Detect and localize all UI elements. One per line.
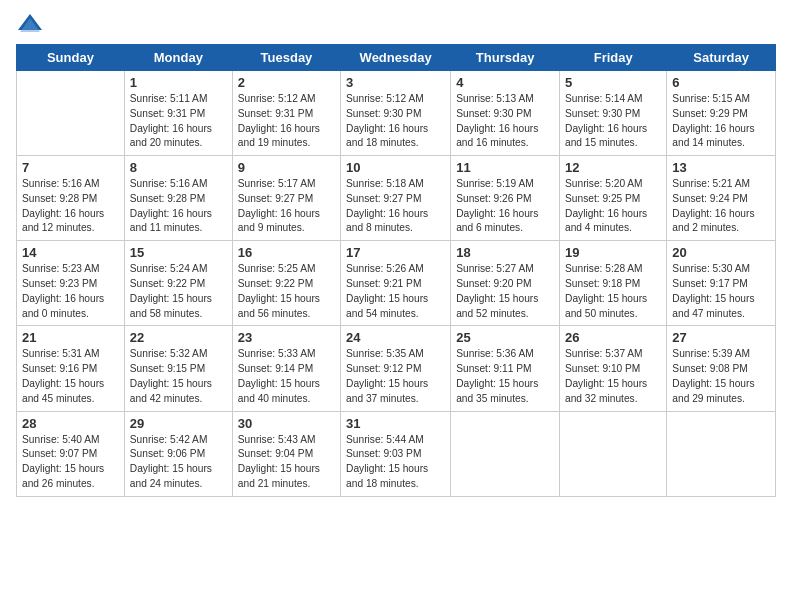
calendar-cell: 23Sunrise: 5:33 AM Sunset: 9:14 PM Dayli…	[232, 326, 340, 411]
day-number: 26	[565, 330, 661, 345]
day-number: 25	[456, 330, 554, 345]
day-number: 7	[22, 160, 119, 175]
calendar-week-row: 1Sunrise: 5:11 AM Sunset: 9:31 PM Daylig…	[17, 71, 776, 156]
day-info: Sunrise: 5:16 AM Sunset: 9:28 PM Dayligh…	[130, 177, 227, 236]
day-number: 17	[346, 245, 445, 260]
day-number: 13	[672, 160, 770, 175]
day-number: 2	[238, 75, 335, 90]
day-info: Sunrise: 5:37 AM Sunset: 9:10 PM Dayligh…	[565, 347, 661, 406]
calendar-cell: 6Sunrise: 5:15 AM Sunset: 9:29 PM Daylig…	[667, 71, 776, 156]
day-info: Sunrise: 5:17 AM Sunset: 9:27 PM Dayligh…	[238, 177, 335, 236]
day-info: Sunrise: 5:24 AM Sunset: 9:22 PM Dayligh…	[130, 262, 227, 321]
day-number: 14	[22, 245, 119, 260]
day-info: Sunrise: 5:25 AM Sunset: 9:22 PM Dayligh…	[238, 262, 335, 321]
calendar-cell: 4Sunrise: 5:13 AM Sunset: 9:30 PM Daylig…	[451, 71, 560, 156]
day-number: 27	[672, 330, 770, 345]
day-number: 16	[238, 245, 335, 260]
calendar-cell: 7Sunrise: 5:16 AM Sunset: 9:28 PM Daylig…	[17, 156, 125, 241]
day-number: 24	[346, 330, 445, 345]
calendar-cell: 25Sunrise: 5:36 AM Sunset: 9:11 PM Dayli…	[451, 326, 560, 411]
day-info: Sunrise: 5:21 AM Sunset: 9:24 PM Dayligh…	[672, 177, 770, 236]
calendar-header-row: SundayMondayTuesdayWednesdayThursdayFrid…	[17, 45, 776, 71]
calendar-cell: 20Sunrise: 5:30 AM Sunset: 9:17 PM Dayli…	[667, 241, 776, 326]
calendar-week-row: 21Sunrise: 5:31 AM Sunset: 9:16 PM Dayli…	[17, 326, 776, 411]
logo	[16, 10, 48, 38]
day-number: 15	[130, 245, 227, 260]
calendar-cell: 16Sunrise: 5:25 AM Sunset: 9:22 PM Dayli…	[232, 241, 340, 326]
day-info: Sunrise: 5:14 AM Sunset: 9:30 PM Dayligh…	[565, 92, 661, 151]
calendar-cell: 31Sunrise: 5:44 AM Sunset: 9:03 PM Dayli…	[341, 411, 451, 496]
calendar-cell: 27Sunrise: 5:39 AM Sunset: 9:08 PM Dayli…	[667, 326, 776, 411]
calendar-cell: 5Sunrise: 5:14 AM Sunset: 9:30 PM Daylig…	[560, 71, 667, 156]
day-info: Sunrise: 5:36 AM Sunset: 9:11 PM Dayligh…	[456, 347, 554, 406]
day-info: Sunrise: 5:19 AM Sunset: 9:26 PM Dayligh…	[456, 177, 554, 236]
day-number: 18	[456, 245, 554, 260]
day-info: Sunrise: 5:35 AM Sunset: 9:12 PM Dayligh…	[346, 347, 445, 406]
calendar-cell: 14Sunrise: 5:23 AM Sunset: 9:23 PM Dayli…	[17, 241, 125, 326]
day-info: Sunrise: 5:20 AM Sunset: 9:25 PM Dayligh…	[565, 177, 661, 236]
day-of-week-header: Wednesday	[341, 45, 451, 71]
day-of-week-header: Saturday	[667, 45, 776, 71]
day-info: Sunrise: 5:18 AM Sunset: 9:27 PM Dayligh…	[346, 177, 445, 236]
day-of-week-header: Thursday	[451, 45, 560, 71]
day-number: 30	[238, 416, 335, 431]
day-info: Sunrise: 5:11 AM Sunset: 9:31 PM Dayligh…	[130, 92, 227, 151]
calendar-week-row: 28Sunrise: 5:40 AM Sunset: 9:07 PM Dayli…	[17, 411, 776, 496]
day-info: Sunrise: 5:12 AM Sunset: 9:31 PM Dayligh…	[238, 92, 335, 151]
header	[16, 10, 776, 38]
calendar-cell	[667, 411, 776, 496]
calendar-cell: 29Sunrise: 5:42 AM Sunset: 9:06 PM Dayli…	[124, 411, 232, 496]
calendar-cell: 2Sunrise: 5:12 AM Sunset: 9:31 PM Daylig…	[232, 71, 340, 156]
calendar-week-row: 7Sunrise: 5:16 AM Sunset: 9:28 PM Daylig…	[17, 156, 776, 241]
day-number: 3	[346, 75, 445, 90]
day-info: Sunrise: 5:32 AM Sunset: 9:15 PM Dayligh…	[130, 347, 227, 406]
day-of-week-header: Sunday	[17, 45, 125, 71]
day-info: Sunrise: 5:28 AM Sunset: 9:18 PM Dayligh…	[565, 262, 661, 321]
day-info: Sunrise: 5:26 AM Sunset: 9:21 PM Dayligh…	[346, 262, 445, 321]
calendar-cell: 24Sunrise: 5:35 AM Sunset: 9:12 PM Dayli…	[341, 326, 451, 411]
calendar-cell: 11Sunrise: 5:19 AM Sunset: 9:26 PM Dayli…	[451, 156, 560, 241]
day-number: 23	[238, 330, 335, 345]
day-info: Sunrise: 5:27 AM Sunset: 9:20 PM Dayligh…	[456, 262, 554, 321]
calendar-cell: 15Sunrise: 5:24 AM Sunset: 9:22 PM Dayli…	[124, 241, 232, 326]
calendar-cell: 3Sunrise: 5:12 AM Sunset: 9:30 PM Daylig…	[341, 71, 451, 156]
day-info: Sunrise: 5:33 AM Sunset: 9:14 PM Dayligh…	[238, 347, 335, 406]
day-info: Sunrise: 5:31 AM Sunset: 9:16 PM Dayligh…	[22, 347, 119, 406]
day-info: Sunrise: 5:43 AM Sunset: 9:04 PM Dayligh…	[238, 433, 335, 492]
day-info: Sunrise: 5:13 AM Sunset: 9:30 PM Dayligh…	[456, 92, 554, 151]
day-number: 28	[22, 416, 119, 431]
calendar-cell: 30Sunrise: 5:43 AM Sunset: 9:04 PM Dayli…	[232, 411, 340, 496]
calendar-cell: 1Sunrise: 5:11 AM Sunset: 9:31 PM Daylig…	[124, 71, 232, 156]
day-of-week-header: Monday	[124, 45, 232, 71]
calendar-cell: 21Sunrise: 5:31 AM Sunset: 9:16 PM Dayli…	[17, 326, 125, 411]
logo-icon	[16, 10, 44, 38]
calendar-week-row: 14Sunrise: 5:23 AM Sunset: 9:23 PM Dayli…	[17, 241, 776, 326]
calendar-cell	[17, 71, 125, 156]
day-number: 12	[565, 160, 661, 175]
day-number: 22	[130, 330, 227, 345]
day-number: 5	[565, 75, 661, 90]
day-info: Sunrise: 5:16 AM Sunset: 9:28 PM Dayligh…	[22, 177, 119, 236]
calendar-cell: 13Sunrise: 5:21 AM Sunset: 9:24 PM Dayli…	[667, 156, 776, 241]
calendar-cell: 8Sunrise: 5:16 AM Sunset: 9:28 PM Daylig…	[124, 156, 232, 241]
page: SundayMondayTuesdayWednesdayThursdayFrid…	[0, 0, 792, 507]
day-number: 1	[130, 75, 227, 90]
day-info: Sunrise: 5:30 AM Sunset: 9:17 PM Dayligh…	[672, 262, 770, 321]
day-info: Sunrise: 5:15 AM Sunset: 9:29 PM Dayligh…	[672, 92, 770, 151]
calendar-cell: 10Sunrise: 5:18 AM Sunset: 9:27 PM Dayli…	[341, 156, 451, 241]
calendar-cell: 26Sunrise: 5:37 AM Sunset: 9:10 PM Dayli…	[560, 326, 667, 411]
calendar-cell	[560, 411, 667, 496]
day-number: 11	[456, 160, 554, 175]
day-number: 6	[672, 75, 770, 90]
day-number: 19	[565, 245, 661, 260]
day-number: 4	[456, 75, 554, 90]
day-info: Sunrise: 5:42 AM Sunset: 9:06 PM Dayligh…	[130, 433, 227, 492]
calendar-cell	[451, 411, 560, 496]
day-number: 29	[130, 416, 227, 431]
day-info: Sunrise: 5:40 AM Sunset: 9:07 PM Dayligh…	[22, 433, 119, 492]
calendar-cell: 28Sunrise: 5:40 AM Sunset: 9:07 PM Dayli…	[17, 411, 125, 496]
day-info: Sunrise: 5:12 AM Sunset: 9:30 PM Dayligh…	[346, 92, 445, 151]
calendar-cell: 17Sunrise: 5:26 AM Sunset: 9:21 PM Dayli…	[341, 241, 451, 326]
day-number: 31	[346, 416, 445, 431]
day-of-week-header: Tuesday	[232, 45, 340, 71]
